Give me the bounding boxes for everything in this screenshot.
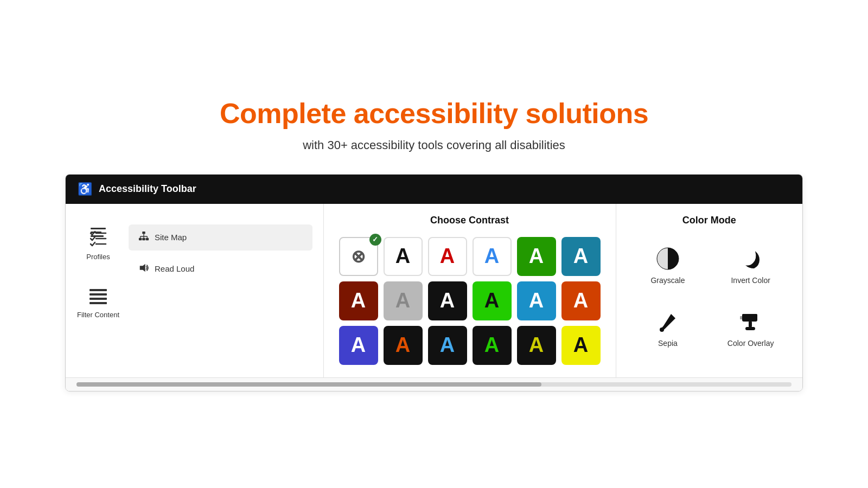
contrast-btn-dark[interactable]: A: [384, 237, 423, 276]
grayscale-label: Grayscale: [650, 276, 685, 285]
svg-rect-24: [749, 322, 752, 327]
read-loud-menu-item[interactable]: Read Loud: [129, 256, 312, 282]
contrast-btn-row3-5[interactable]: A: [517, 326, 556, 365]
contrast-btn-row2-1[interactable]: A: [339, 281, 378, 320]
right-panel: Color Mode Grayscale: [616, 204, 802, 377]
color-mode-grid: Grayscale Invert Color: [629, 237, 789, 357]
invert-icon: [739, 247, 763, 271]
letter-a: A: [440, 289, 455, 312]
svg-rect-10: [142, 231, 145, 234]
invert-color-label: Invert Color: [731, 276, 770, 285]
toolbar-container: ♿ Accessibility Toolbar: [65, 174, 803, 391]
letter-a: A: [440, 245, 455, 268]
center-panel: Choose Contrast ⊗ ✓ A A A: [324, 204, 616, 377]
color-overlay-label: Color Overlay: [727, 339, 774, 348]
toolbar-header-label: Accessibility Toolbar: [99, 183, 196, 195]
speaker-icon: [138, 262, 149, 275]
left-panel: Profiles Filter Content: [66, 204, 324, 377]
contrast-btn-row2-6[interactable]: A: [561, 281, 601, 320]
left-icons: Profiles Filter Content: [76, 219, 120, 319]
svg-rect-25: [745, 327, 755, 330]
svg-rect-6: [90, 289, 107, 291]
letter-a: A: [395, 289, 410, 312]
grayscale-btn[interactable]: Grayscale: [629, 237, 707, 294]
color-mode-title: Color Mode: [682, 215, 736, 226]
accessibility-icon: ♿: [78, 182, 92, 196]
check-badge: ✓: [369, 234, 381, 246]
site-map-menu-item[interactable]: Site Map: [129, 224, 312, 251]
svg-marker-19: [140, 264, 145, 272]
svg-rect-8: [90, 298, 107, 300]
contrast-btn-row3-6[interactable]: A: [561, 326, 601, 365]
profiles-btn[interactable]: Profiles: [76, 224, 120, 261]
svg-rect-12: [142, 237, 145, 240]
contrast-btn-row2-5[interactable]: A: [517, 281, 556, 320]
letter-a: A: [395, 333, 410, 357]
contrast-btn-blue[interactable]: A: [473, 237, 512, 276]
contrast-btn-row2-2[interactable]: A: [384, 281, 423, 320]
grayscale-icon: [656, 247, 680, 271]
letter-a: A: [529, 289, 544, 312]
contrast-btn-row3-1[interactable]: A: [339, 326, 378, 365]
contrast-btn-row3-4[interactable]: A: [473, 326, 512, 365]
filter-icon: [88, 287, 108, 306]
sepia-btn[interactable]: Sepia: [629, 300, 707, 357]
letter-a: A: [573, 333, 588, 357]
contrast-btn-row2-4[interactable]: A: [473, 281, 512, 320]
subtitle: with 30+ accessibility tools covering al…: [303, 138, 565, 152]
site-map-label: Site Map: [155, 233, 187, 242]
color-overlay-btn[interactable]: Color Overlay: [712, 300, 789, 357]
letter-a: A: [351, 289, 366, 312]
letter-a: A: [529, 245, 544, 268]
sepia-label: Sepia: [658, 339, 678, 348]
contrast-title: Choose Contrast: [430, 215, 509, 226]
svg-rect-26: [740, 316, 743, 319]
svg-rect-23: [742, 314, 757, 317]
contrast-btn-green[interactable]: A: [517, 237, 556, 276]
scrollbar-row: [66, 377, 802, 391]
page-container: Complete accessibility solutions with 30…: [0, 75, 868, 413]
filter-content-btn[interactable]: Filter Content: [76, 287, 120, 319]
contrast-btn-row3-2[interactable]: A: [384, 326, 423, 365]
contrast-btn-default[interactable]: ⊗ ✓: [339, 237, 378, 276]
contrast-btn-red[interactable]: A: [428, 237, 467, 276]
toolbar-header: ♿ Accessibility Toolbar: [66, 175, 802, 204]
letter-a: A: [440, 333, 455, 357]
profiles-label: Profiles: [86, 253, 110, 261]
x-circle-icon: ⊗: [351, 246, 366, 267]
letter-a: A: [484, 289, 499, 312]
letter-a: A: [395, 245, 410, 268]
svg-rect-13: [146, 237, 149, 240]
svg-point-21: [660, 328, 664, 332]
overlay-icon: [739, 310, 763, 333]
sitemap-icon: [138, 231, 149, 244]
filter-label: Filter Content: [77, 311, 119, 319]
letter-a: A: [484, 333, 499, 357]
contrast-btn-row2-3[interactable]: A: [428, 281, 467, 320]
letter-a: A: [573, 289, 588, 312]
read-loud-label: Read Loud: [155, 264, 194, 273]
left-menu: Site Map Read Loud: [129, 219, 312, 282]
scrollbar-thumb[interactable]: [76, 382, 541, 387]
letter-a: A: [484, 245, 499, 268]
svg-rect-7: [90, 293, 107, 296]
main-title: Complete accessibility solutions: [220, 97, 648, 130]
invert-color-btn[interactable]: Invert Color: [712, 237, 789, 294]
profiles-list-icon: [88, 229, 108, 248]
sepia-icon: [656, 310, 680, 333]
letter-a: A: [573, 245, 588, 268]
contrast-btn-row3-3[interactable]: A: [428, 326, 467, 365]
contrast-grid: ⊗ ✓ A A A A A: [339, 237, 601, 365]
svg-rect-11: [139, 237, 142, 240]
contrast-btn-teal[interactable]: A: [561, 237, 601, 276]
letter-a: A: [529, 333, 544, 357]
letter-a: A: [351, 333, 366, 357]
svg-rect-9: [90, 302, 107, 304]
toolbar-body: Profiles Filter Content: [66, 204, 802, 377]
scrollbar-track[interactable]: [76, 382, 792, 387]
